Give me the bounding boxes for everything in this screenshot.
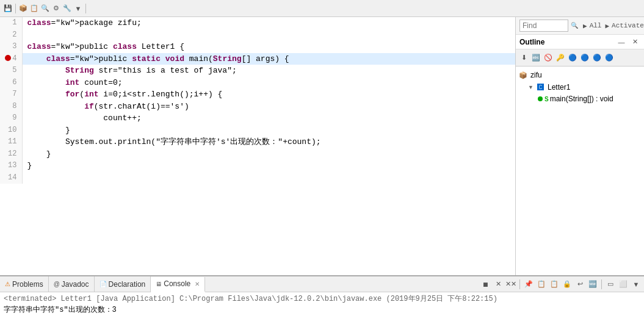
line-code[interactable]: count++; bbox=[22, 112, 515, 124]
line-number: 1 bbox=[0, 17, 22, 29]
tree-item-letter1[interactable]: ▼ 🅲 Letter1 bbox=[516, 81, 644, 93]
line-number: 5 bbox=[0, 65, 22, 77]
line-number: 12 bbox=[0, 148, 22, 160]
toolbar-sep-2 bbox=[85, 4, 86, 13]
console-copy-btn[interactable]: 📋 bbox=[536, 279, 547, 290]
tree-label-letter1: Letter1 bbox=[548, 83, 570, 92]
search-icon: 🔍 bbox=[571, 21, 578, 31]
problems-icon: ⚠ bbox=[5, 281, 10, 287]
console-output-line: 字字符串中字符"s"出现的次数：3 bbox=[4, 304, 640, 315]
outline-minimize-btn[interactable]: — bbox=[616, 37, 627, 48]
line-code[interactable]: System.out.println("字字符串中字符's'出现的次数："+co… bbox=[22, 136, 515, 148]
toolbar-btn-3[interactable]: 🔍 bbox=[40, 3, 51, 14]
table-row: 6 int count=0; bbox=[0, 77, 515, 89]
tab-javadoc-label: Javadoc bbox=[62, 280, 89, 289]
console-close-icon[interactable]: ✕ bbox=[195, 281, 200, 287]
toolbar-btn-5[interactable]: 🔧 bbox=[62, 3, 73, 14]
line-code[interactable]: } bbox=[22, 124, 515, 137]
find-arrow: ▶ bbox=[583, 22, 587, 30]
table-row: 1class="kw">package zifu; bbox=[0, 17, 515, 29]
console-remove-btn[interactable]: ✕ bbox=[493, 279, 504, 290]
table-row: 10 } bbox=[0, 124, 515, 137]
main-area: 1class="kw">package zifu;2 3class="kw">p… bbox=[0, 17, 644, 275]
code-scroll[interactable]: 1class="kw">package zifu;2 3class="kw">p… bbox=[0, 17, 515, 275]
console-scroll-btn[interactable]: 🔒 bbox=[562, 279, 573, 290]
tab-declaration[interactable]: 📄 Declaration bbox=[95, 276, 151, 292]
table-row: 9 count++; bbox=[0, 112, 515, 124]
table-row: 3class="kw">public class Letter1 { bbox=[0, 41, 515, 53]
line-code[interactable]: for(int i=0;i<str.length();i++) { bbox=[22, 88, 515, 101]
table-row: 2 bbox=[0, 29, 515, 41]
console-maximize-btn[interactable]: ⬜ bbox=[618, 279, 629, 290]
outline-title-right: — ✕ bbox=[616, 37, 640, 48]
line-code[interactable]: if(str.charAt(i)=='s') bbox=[22, 101, 515, 113]
table-row: 12 } bbox=[0, 148, 515, 160]
tree-label-zifu: zifu bbox=[530, 71, 542, 79]
line-code[interactable]: class="kw">package zifu; bbox=[22, 17, 515, 29]
console-menu-btn[interactable]: ▼ bbox=[631, 279, 642, 290]
outline-tool-8[interactable]: 🔵 bbox=[604, 52, 615, 63]
outline-tool-5[interactable]: 🔵 bbox=[567, 52, 578, 63]
console-area: <terminated> Letter1 [Java Application] … bbox=[0, 292, 644, 324]
line-number: 11 bbox=[0, 136, 22, 148]
outline-tool-6[interactable]: 🔵 bbox=[579, 52, 590, 63]
outline-tool-7[interactable]: 🔵 bbox=[592, 52, 602, 63]
table-row: 8 if(str.charAt(i)=='s') bbox=[0, 101, 515, 113]
top-toolbar: 💾 📦 📋 🔍 ⚙ 🔧 ▼ bbox=[0, 0, 644, 17]
find-bar: 🔍 ▶ All ▶ Activate... bbox=[516, 17, 644, 35]
console-minimize-btn[interactable]: ▭ bbox=[605, 279, 616, 290]
table-row: 4 class="kw">public static void main(Str… bbox=[0, 53, 515, 65]
outline-tool-2[interactable]: 🔤 bbox=[530, 52, 541, 63]
class-icon: 🅲 bbox=[535, 82, 545, 92]
tab-declaration-label: Declaration bbox=[109, 280, 146, 289]
line-code[interactable]: } bbox=[22, 160, 515, 172]
line-code[interactable]: String str="this is a test of java"; bbox=[22, 65, 515, 77]
line-code[interactable]: } bbox=[22, 148, 515, 160]
outline-close-btn[interactable]: ✕ bbox=[629, 37, 640, 48]
line-code[interactable]: class="kw">public class Letter1 { bbox=[22, 41, 515, 53]
tree-item-main[interactable]: S main(String[]) : void bbox=[516, 93, 644, 104]
table-row: 11 System.out.println("字字符串中字符's'出现的次数："… bbox=[0, 136, 515, 148]
outline-tool-1[interactable]: ⬇ bbox=[518, 52, 529, 63]
console-wordwrap-btn[interactable]: ↩ bbox=[574, 279, 585, 290]
editor-area: 1class="kw">package zifu;2 3class="kw">p… bbox=[0, 17, 516, 275]
console-terminate-btn[interactable]: ⏹ bbox=[480, 279, 491, 290]
outline-tool-3[interactable]: 🚫 bbox=[543, 52, 554, 63]
toolbar-btn-6[interactable]: ▼ bbox=[73, 3, 84, 14]
toolbar-btn-1[interactable]: 💾 bbox=[2, 3, 13, 14]
tree-item-zifu[interactable]: 📦 zifu bbox=[516, 69, 644, 81]
table-row: 13} bbox=[0, 160, 515, 172]
tab-toolbar: ⏹ ✕ ✕✕ 📌 📋 📋 🔒 ↩ 🆕 ▭ ⬜ ▼ bbox=[480, 279, 644, 290]
arrow-letter1: ▼ bbox=[528, 84, 535, 90]
package-icon: 📦 bbox=[518, 70, 528, 80]
console-icon: 🖥 bbox=[156, 281, 162, 287]
line-number: 7 bbox=[0, 88, 22, 101]
toolbar-btn-pkg[interactable]: 📦 bbox=[18, 3, 29, 14]
code-table: 1class="kw">package zifu;2 3class="kw">p… bbox=[0, 17, 515, 184]
line-code[interactable]: int count=0; bbox=[22, 77, 515, 89]
table-row: 7 for(int i=0;i<str.length();i++) { bbox=[0, 88, 515, 101]
outline-tree: 📦 zifu ▼ 🅲 Letter1 S main(String[]) : vo… bbox=[516, 67, 644, 275]
line-code[interactable]: class="kw">public static void main(Strin… bbox=[22, 53, 515, 65]
find-input[interactable] bbox=[519, 20, 568, 32]
console-newconsole-btn[interactable]: 🆕 bbox=[587, 279, 598, 290]
find-arrow2: ▶ bbox=[605, 22, 609, 30]
console-paste-btn[interactable]: 📋 bbox=[549, 279, 560, 290]
tab-console[interactable]: 🖥 Console ✕ bbox=[151, 277, 205, 292]
console-pin-btn[interactable]: 📌 bbox=[523, 279, 534, 290]
tab-problems[interactable]: ⚠ Problems bbox=[0, 276, 49, 292]
line-number: 10 bbox=[0, 124, 22, 137]
tab-javadoc[interactable]: @ Javadoc bbox=[49, 276, 95, 292]
outline-title: Outline bbox=[519, 38, 545, 46]
toolbar-btn-4[interactable]: ⚙ bbox=[51, 3, 62, 14]
line-number: 3 bbox=[0, 41, 22, 53]
line-code[interactable] bbox=[22, 172, 515, 184]
line-number: 2 bbox=[0, 29, 22, 41]
console-removex-btn[interactable]: ✕✕ bbox=[505, 279, 516, 290]
outline-tool-4[interactable]: 🔑 bbox=[555, 52, 566, 63]
line-code[interactable] bbox=[22, 29, 515, 41]
table-row: 5 String str="this is a test of java"; bbox=[0, 65, 515, 77]
outline-title-bar: Outline — ✕ bbox=[516, 35, 644, 49]
toolbar-btn-copy[interactable]: 📋 bbox=[29, 3, 40, 14]
line-number: 4 bbox=[0, 53, 22, 65]
